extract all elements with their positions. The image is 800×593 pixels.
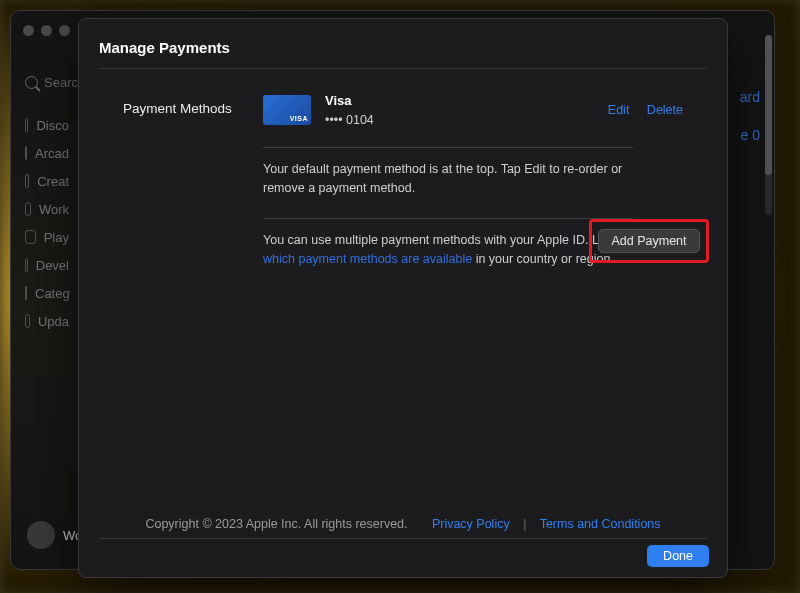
search-input[interactable]: Search [25, 75, 85, 90]
sidebar-item-develop[interactable]: Devel [11, 251, 83, 279]
briefcase-icon [25, 202, 31, 216]
add-payment-button[interactable]: Add Payment [598, 229, 699, 253]
sidebar-item-arcade[interactable]: Arcad [11, 139, 83, 167]
fullscreen-icon[interactable] [59, 25, 70, 36]
sidebar-item-categories[interactable]: Categ [11, 279, 83, 307]
copyright-text: Copyright © 2023 Apple Inc. All rights r… [145, 517, 407, 531]
card-last4: •••• 0104 [325, 111, 374, 130]
card-entry: Visa •••• 0104 Edit Delete [263, 91, 683, 129]
help-text-default: Your default payment method is at the to… [263, 160, 633, 198]
divider [263, 147, 633, 148]
sidebar-item-play[interactable]: Play [11, 223, 83, 251]
sidebar-item-label: Upda [38, 314, 69, 329]
help-text-part: You can use multiple payment methods wit… [263, 233, 624, 247]
sidebar-item-discover[interactable]: Disco [11, 111, 83, 139]
sidebar-item-create[interactable]: Creat [11, 167, 83, 195]
dialog-footer: Copyright © 2023 Apple Inc. All rights r… [79, 517, 727, 531]
divider [263, 218, 633, 219]
payment-method-row: Payment Methods Visa •••• 0104 Edit Dele… [123, 91, 683, 129]
divider [99, 538, 707, 539]
manage-payments-dialog: Manage Payments Payment Methods Visa •••… [78, 18, 728, 578]
highlight-annotation: Add Payment [589, 219, 709, 263]
window-traffic-lights[interactable] [23, 25, 70, 36]
section-label: Payment Methods [123, 91, 235, 119]
hammer-icon [25, 258, 28, 272]
sidebar-item-label: Play [44, 230, 69, 245]
sidebar-item-work[interactable]: Work [11, 195, 83, 223]
card-actions: Edit Delete [594, 101, 683, 120]
scrollbar-thumb[interactable] [765, 35, 772, 175]
help-text-multiple: You can use multiple payment methods wit… [263, 231, 633, 269]
sidebar-item-label: Categ [35, 286, 70, 301]
search-icon [25, 76, 38, 89]
edit-link[interactable]: Edit [608, 103, 630, 117]
sidebar-item-label: Arcad [35, 146, 69, 161]
avatar-icon [27, 521, 55, 549]
sidebar-item-label: Disco [36, 118, 69, 133]
sidebar-item-label: Work [39, 202, 69, 217]
done-button[interactable]: Done [647, 545, 709, 567]
minimize-icon[interactable] [41, 25, 52, 36]
sidebar: Disco Arcad Creat Work Play Devel Categ … [11, 111, 83, 335]
account-avatar[interactable]: Wo [27, 521, 82, 549]
sidebar-item-updates[interactable]: Upda [11, 307, 83, 335]
brush-icon [25, 174, 29, 188]
card-brand: Visa [325, 91, 374, 111]
arcade-icon [25, 146, 27, 160]
close-icon[interactable] [23, 25, 34, 36]
separator: | [523, 517, 526, 531]
terms-link[interactable]: Terms and Conditions [540, 517, 661, 531]
privacy-policy-link[interactable]: Privacy Policy [432, 517, 510, 531]
learn-more-link[interactable]: which payment methods are available [263, 252, 472, 266]
sidebar-item-label: Devel [36, 258, 69, 273]
visa-card-icon [263, 95, 311, 125]
delete-link[interactable]: Delete [647, 103, 683, 117]
background-text: ard e 0 [740, 89, 760, 143]
controller-icon [25, 230, 36, 244]
download-icon [25, 314, 30, 328]
star-icon [25, 118, 28, 132]
grid-icon [25, 286, 27, 300]
dialog-title: Manage Payments [99, 19, 707, 68]
sidebar-item-label: Creat [37, 174, 69, 189]
